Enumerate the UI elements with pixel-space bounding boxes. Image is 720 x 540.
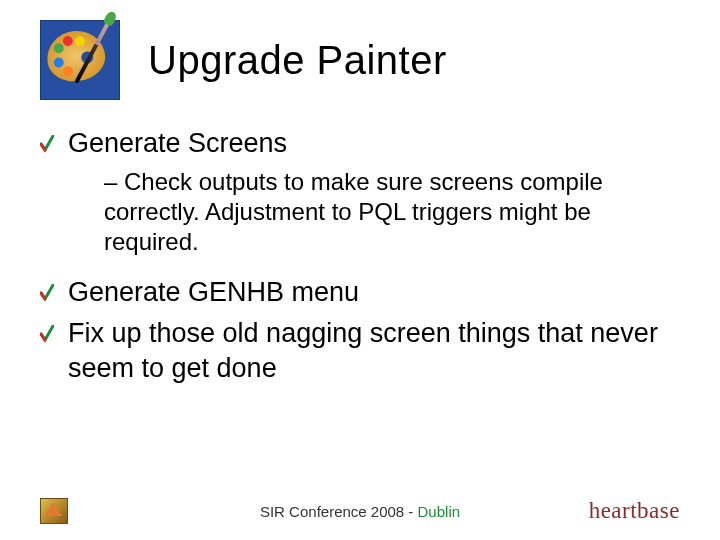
footer-accent: Dublin — [418, 503, 461, 520]
brand-logo: heartbase — [589, 498, 680, 524]
bullet-item: Generate Screens — [40, 126, 680, 161]
check-bullet-icon — [40, 133, 54, 155]
bullet-item: Generate GENHB menu — [40, 275, 680, 310]
slide-title: Upgrade Painter — [148, 38, 447, 83]
footer-caption: SIR Conference 2008 - Dublin — [260, 503, 460, 520]
footer-text: SIR Conference 2008 - — [260, 503, 418, 520]
slide-header: Upgrade Painter — [40, 20, 680, 100]
bullet-text: Generate GENHB menu — [68, 275, 359, 310]
bullet-text: Generate Screens — [68, 126, 287, 161]
conference-logo-icon — [40, 498, 68, 524]
slide-body: Generate Screens – Check outputs to make… — [40, 126, 680, 386]
check-bullet-icon — [40, 323, 54, 345]
bullet-subtext: – Check outputs to make sure screens com… — [104, 167, 680, 257]
bullet-text: Fix up those old nagging screen things t… — [68, 316, 680, 386]
bullet-item: Fix up those old nagging screen things t… — [40, 316, 680, 386]
check-bullet-icon — [40, 282, 54, 304]
painter-palette-icon — [40, 20, 120, 100]
slide-footer: SIR Conference 2008 - Dublin heartbase — [0, 498, 720, 524]
